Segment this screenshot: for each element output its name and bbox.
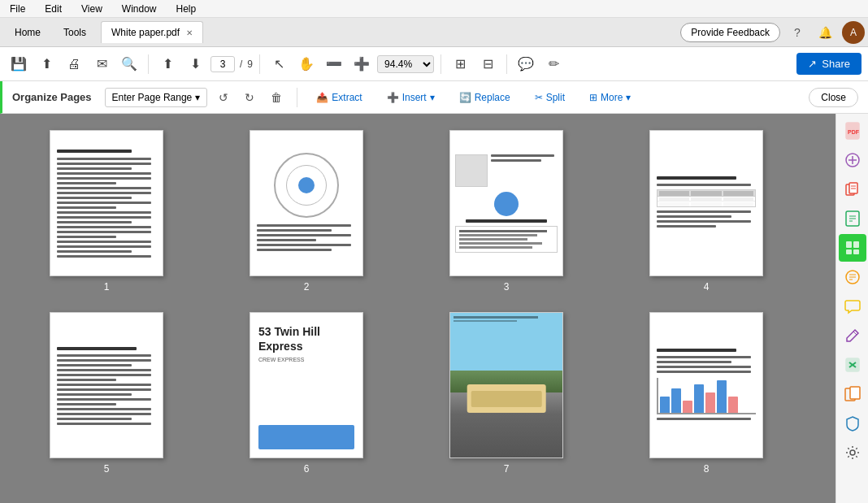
sidebar-export-icon[interactable]: [839, 205, 866, 232]
upload-icon[interactable]: ⬆: [34, 52, 59, 76]
svg-text:PDF: PDF: [848, 129, 860, 135]
page-num-4: 4: [704, 281, 710, 293]
hand-icon[interactable]: ✋: [294, 52, 319, 76]
print-icon[interactable]: 🖨: [62, 52, 86, 76]
search-icon[interactable]: 🔍: [117, 52, 141, 76]
separator4: [506, 54, 507, 74]
extract-label: Extract: [332, 92, 362, 103]
avatar[interactable]: A: [842, 21, 865, 44]
page-num-8: 8: [704, 463, 710, 475]
menu-help[interactable]: Help: [173, 2, 200, 16]
tab-tools[interactable]: Tools: [52, 22, 98, 43]
page-image-2: [250, 130, 363, 276]
pen-icon[interactable]: ✏: [541, 52, 566, 76]
page-thumb-3[interactable]: 3: [416, 130, 597, 293]
sidebar-excel-icon[interactable]: [839, 351, 866, 379]
page-image-1: [50, 130, 163, 276]
notification-icon[interactable]: 🔔: [814, 22, 835, 43]
email-icon[interactable]: ✉: [89, 52, 114, 76]
page6-blue-bar: [258, 425, 354, 449]
undo-icon[interactable]: ↺: [214, 88, 233, 107]
insert-icon: ➕: [387, 92, 399, 103]
page-num-2: 2: [304, 281, 310, 293]
page-image-4: [649, 130, 763, 276]
sidebar-shield-icon[interactable]: [839, 410, 866, 437]
menu-edit[interactable]: Edit: [41, 2, 65, 16]
sidebar-convert-icon[interactable]: [839, 380, 866, 408]
page-image-8: [649, 312, 763, 458]
main-area: 1 2: [0, 114, 868, 503]
zoom-select[interactable]: 94.4% 50% 75% 100% 125% 150%: [377, 55, 434, 73]
svg-rect-15: [846, 249, 852, 254]
page-thumb-8[interactable]: 8: [616, 312, 796, 475]
more-label: More: [601, 92, 623, 103]
sidebar-organize-icon[interactable]: [839, 234, 866, 262]
tab-bar-right: Provide Feedback ? 🔔 A: [680, 21, 865, 44]
sidebar-combine-icon[interactable]: [839, 146, 866, 174]
fit-page-icon[interactable]: ⊞: [448, 52, 472, 76]
extract-button[interactable]: 📤 Extract: [307, 88, 371, 107]
sidebar-edit-icon[interactable]: [839, 322, 866, 349]
insert-label: Insert: [402, 92, 427, 103]
prev-page-icon[interactable]: ⬆: [155, 52, 180, 76]
page-num-1: 1: [104, 281, 110, 293]
page-thumb-6[interactable]: 53 Twin Hill Express CREW EXPRESS 6: [216, 312, 397, 475]
help-icon[interactable]: ?: [787, 22, 808, 43]
delete-icon[interactable]: 🗑: [266, 88, 287, 107]
close-button[interactable]: Close: [809, 88, 858, 107]
org-separator1: [297, 88, 297, 107]
more-dropdown-icon: ▾: [626, 92, 631, 103]
menu-window[interactable]: Window: [119, 2, 160, 16]
sidebar-comment-icon[interactable]: [839, 293, 866, 320]
select-icon[interactable]: ↖: [267, 52, 291, 76]
page-thumb-1[interactable]: 1: [16, 130, 197, 293]
page-separator: /: [238, 59, 244, 70]
sidebar-document-icon[interactable]: [839, 263, 866, 291]
organize-bar: Organize Pages Enter Page Range ▾ ↺ ↻ 🗑 …: [0, 81, 868, 114]
save-icon[interactable]: 💾: [7, 52, 31, 76]
zoom-in-icon[interactable]: ➕: [349, 52, 374, 76]
next-page-icon[interactable]: ⬇: [183, 52, 207, 76]
zoom-out-icon[interactable]: ➖: [322, 52, 346, 76]
sidebar-pages-icon[interactable]: [839, 176, 866, 203]
page-input[interactable]: [210, 56, 235, 72]
split-button[interactable]: ✂ Split: [526, 88, 574, 107]
right-sidebar: PDF: [835, 114, 868, 503]
svg-line-21: [853, 332, 857, 335]
page6-title: 53 Twin Hill Express: [258, 324, 354, 353]
svg-rect-13: [846, 241, 852, 248]
page-range-select[interactable]: Enter Page Range ▾: [105, 88, 208, 107]
page6-subtitle: CREW EXPRESS: [258, 357, 354, 362]
comment-icon[interactable]: 💬: [514, 52, 538, 76]
feedback-button[interactable]: Provide Feedback: [680, 23, 780, 42]
page-num-6: 6: [304, 463, 310, 475]
insert-button[interactable]: ➕ Insert ▾: [378, 88, 444, 107]
page-num-7: 7: [504, 463, 510, 475]
tab-file-name: White paper.pdf: [111, 27, 180, 38]
tab-home[interactable]: Home: [3, 22, 52, 43]
share-button[interactable]: ↗ Share: [796, 53, 861, 75]
split-icon: ✂: [535, 92, 543, 103]
svg-rect-14: [853, 241, 859, 248]
replace-icon: 🔄: [459, 92, 471, 103]
replace-button[interactable]: 🔄 Replace: [450, 88, 519, 107]
menu-file[interactable]: File: [7, 2, 28, 16]
scroll-icon[interactable]: ⊟: [475, 52, 500, 76]
more-button[interactable]: ⊞ More ▾: [580, 88, 640, 107]
separator3: [441, 54, 441, 74]
tab-file[interactable]: White paper.pdf ✕: [101, 21, 203, 43]
page-thumb-5[interactable]: 5: [16, 312, 197, 475]
menu-bar: File Edit View Window Help: [0, 0, 868, 18]
page-image-5: [50, 312, 163, 458]
page-thumb-2[interactable]: 2: [216, 130, 397, 293]
page-thumb-7[interactable]: 7: [416, 312, 597, 475]
page-thumb-4[interactable]: 4: [616, 130, 796, 293]
tab-close-icon[interactable]: ✕: [186, 28, 193, 37]
sidebar-settings-icon[interactable]: [839, 439, 866, 466]
redo-icon[interactable]: ↻: [240, 88, 259, 107]
content-area[interactable]: 1 2: [0, 114, 835, 503]
pages-grid: 1 2: [16, 130, 796, 475]
sidebar-pdf-icon[interactable]: PDF: [839, 117, 866, 145]
dropdown-arrow-icon: ▾: [195, 92, 200, 103]
menu-view[interactable]: View: [78, 2, 106, 16]
